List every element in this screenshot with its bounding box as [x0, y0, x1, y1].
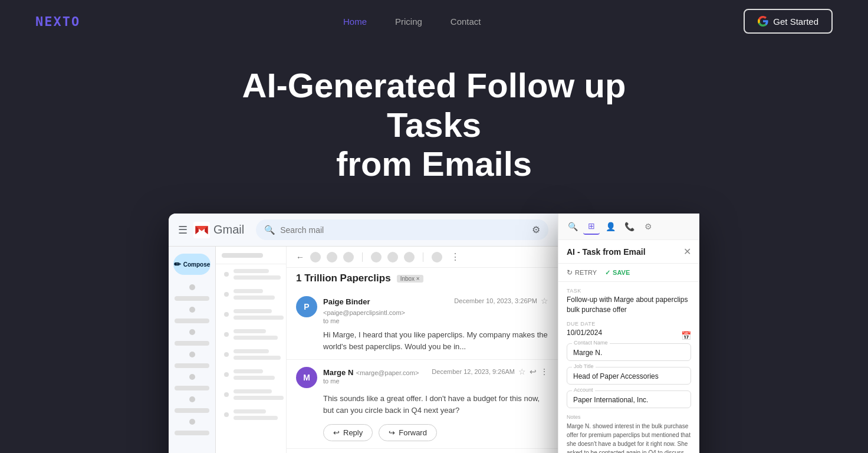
action-icon-6: [404, 252, 415, 262]
reply-button[interactable]: ↩ Reply: [323, 424, 373, 441]
save-button[interactable]: ✓ SAVE: [605, 268, 630, 277]
sidebar-item: [175, 319, 209, 323]
thread-toolbar: ← ⋮: [287, 247, 558, 268]
avatar-2: M: [296, 367, 317, 388]
sidebar-item: [175, 408, 209, 413]
forward-button[interactable]: ↪ Forward: [379, 424, 437, 441]
sender-email-1: <paige@paperclipsintl.com>: [323, 309, 405, 316]
tab-people[interactable]: 👤: [602, 218, 619, 235]
nav-pricing[interactable]: Pricing: [395, 17, 422, 27]
sidebar-item: [175, 431, 209, 435]
sidebar-item: [189, 307, 195, 313]
date-text-1: December 10, 2023, 3:26PM: [454, 297, 537, 304]
action-icon-3: [343, 252, 354, 262]
hero-section: AI-Generated Follow up Tasks from Emails: [0, 42, 868, 214]
action-icon-1: [310, 252, 321, 262]
close-button[interactable]: ✕: [683, 246, 691, 257]
star-icon-1[interactable]: ☆: [541, 296, 548, 306]
gmail-text: Gmail: [213, 223, 244, 237]
search-input[interactable]: [280, 225, 527, 235]
message-body-1: Hi Marge, I heard that you like papercli…: [323, 329, 548, 352]
retry-button[interactable]: ↻ RETRY: [567, 268, 597, 277]
job-title-value: Head of Paper Accessories: [573, 371, 685, 380]
forward-icon: ↪: [389, 428, 395, 437]
tab-search[interactable]: 🔍: [564, 218, 581, 235]
list-item: [216, 284, 286, 304]
message-actions: ↩ Reply ↪ Forward: [323, 424, 548, 441]
message-meta-2: Marge N <marge@paper.com> to me: [323, 367, 426, 385]
list-item: [216, 344, 286, 365]
email-thread-area: ← ⋮ 1 Trillion Paperclips Inbox ×: [287, 247, 558, 453]
sidebar-item: [189, 284, 195, 290]
email-list-skeleton: [216, 247, 287, 453]
list-item: [216, 264, 286, 284]
more-icon-2[interactable]: ⋮: [540, 367, 548, 376]
tab-phone[interactable]: 📞: [621, 218, 637, 235]
cta-label: Get Started: [773, 17, 818, 27]
divider: [362, 252, 363, 262]
list-item: [216, 385, 286, 405]
tab-layout[interactable]: ⊞: [583, 218, 600, 235]
gmail-search-bar[interactable]: 🔍 ⚙: [256, 219, 548, 240]
subject-text: 1 Trillion Paperclips: [296, 273, 391, 284]
nav-home[interactable]: Home: [343, 17, 367, 27]
navbar: NEXTO Home Pricing Contact Get Started: [0, 0, 868, 42]
ai-actions: ↻ RETRY ✓ SAVE: [558, 264, 699, 282]
thread-subject: 1 Trillion Paperclips Inbox ×: [287, 268, 558, 289]
task-label: Task: [567, 288, 691, 294]
reply-icon-btn: ↩: [333, 428, 340, 437]
search-filter-icon[interactable]: ⚙: [532, 224, 540, 235]
star-icon-2[interactable]: ☆: [518, 367, 526, 376]
action-icon-4: [371, 252, 382, 262]
notes-label: Notes: [567, 414, 691, 420]
nav-contact[interactable]: Contact: [451, 17, 481, 27]
contact-name-value: Marge N.: [573, 347, 685, 357]
job-title-label: Job Title: [572, 363, 596, 369]
task-value: Follow-up with Marge about paperclips bu…: [567, 295, 691, 315]
gmail-body: ✏ Compose: [169, 247, 558, 453]
sidebar-item: [175, 296, 209, 301]
message-header-1: P Paige Binder <paige@paperclipsintl.com…: [296, 296, 548, 324]
message-header-2: M Marge N <marge@paper.com> to me Decemb…: [296, 367, 548, 388]
gmail-panel: ☰ Gmail 🔍 ⚙: [169, 214, 558, 453]
sidebar-item: [189, 374, 195, 380]
retry-icon: ↻: [567, 268, 573, 277]
sidebar-item: [175, 386, 209, 390]
email-message-2: M Marge N <marge@paper.com> to me Decemb…: [287, 360, 558, 449]
list-item: [216, 304, 286, 324]
email-message-1: P Paige Binder <paige@paperclipsintl.com…: [287, 289, 558, 360]
hero-title: AI-Generated Follow up Tasks from Emails: [228, 66, 640, 184]
message-date-2: December 12, 2023, 9:26AM ☆ ↩ ⋮: [432, 367, 548, 376]
compose-button[interactable]: ✏ Compose: [173, 254, 211, 275]
account-value: Paper International, Inc.: [573, 395, 685, 404]
date-text-2: December 12, 2023, 9:26AM: [432, 368, 515, 375]
reply-label: Reply: [343, 428, 363, 437]
compose-label: Compose: [183, 261, 211, 268]
check-icon: ✓: [605, 269, 610, 277]
nav-links: Home Pricing Contact: [343, 17, 481, 27]
forward-label: Forward: [399, 428, 427, 437]
gmail-toolbar: ☰ Gmail 🔍 ⚙: [169, 214, 558, 247]
list-item: [216, 365, 286, 385]
contact-name-label: Contact Name: [572, 340, 610, 346]
menu-icon[interactable]: ☰: [178, 224, 188, 237]
account-label: Account: [572, 387, 595, 393]
message-body-2: This sounds like a great offer. I don't …: [323, 393, 548, 416]
back-icon[interactable]: ←: [296, 252, 304, 262]
list-item: [216, 324, 286, 344]
reply-icon[interactable]: ↩: [530, 367, 537, 376]
notes-value: Marge N. showed interest in the bulk pur…: [567, 422, 691, 453]
search-icon: 🔍: [264, 225, 275, 235]
contact-name-field: Contact Name Marge N.: [567, 343, 691, 361]
tab-settings[interactable]: ⚙: [640, 218, 656, 235]
to-line-2: to me: [323, 378, 426, 385]
job-title-field: Job Title Head of Paper Accessories: [567, 367, 691, 385]
gmail-sidebar: ✏ Compose: [169, 247, 216, 453]
get-started-button[interactable]: Get Started: [744, 9, 833, 34]
avatar-1: P: [296, 296, 317, 317]
calendar-icon[interactable]: 📅: [681, 331, 691, 340]
demo-area: ☰ Gmail 🔍 ⚙: [0, 214, 868, 453]
edit-icon: ✏: [174, 260, 181, 269]
more-icon[interactable]: ⋮: [451, 251, 460, 262]
ai-panel: 🔍 ⊞ 👤 📞 ⚙ AI - Task from Email ✕ ↻ RETRY…: [558, 214, 699, 453]
